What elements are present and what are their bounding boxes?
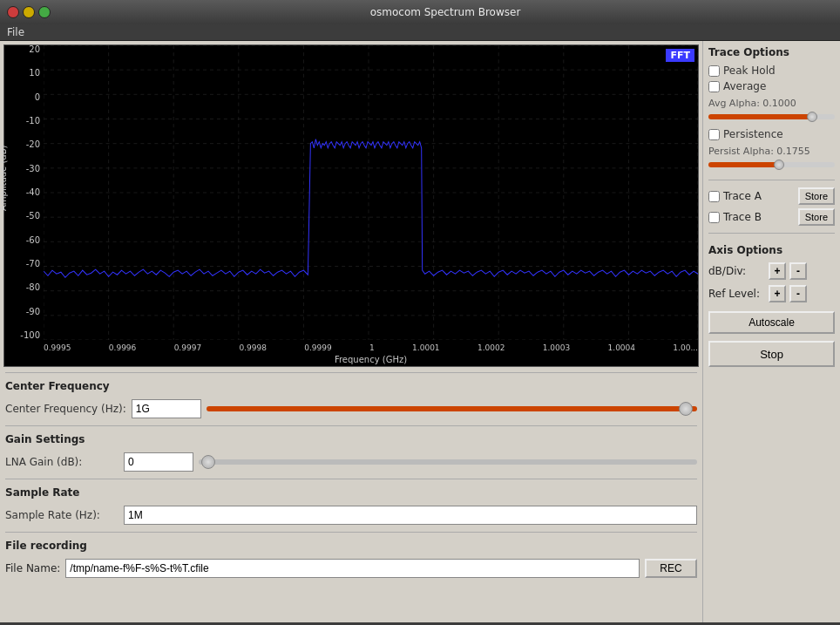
titlebar: osmocom Spectrum Browser	[0, 0, 840, 24]
average-checkbox[interactable]	[708, 81, 720, 92]
avg-alpha-thumb	[807, 112, 817, 122]
spectrum-svg	[44, 45, 698, 340]
center-freq-slider[interactable]	[207, 406, 697, 411]
sample-rate-row: Sample Rate (Hz):	[5, 506, 697, 525]
avg-alpha-label: Avg Alpha: 0.1000	[708, 98, 835, 109]
close-button[interactable]	[7, 6, 19, 18]
axis-options-title: Axis Options	[708, 244, 835, 256]
minimize-button[interactable]	[23, 6, 35, 18]
center-freq-row: Center Frequency (Hz):	[5, 399, 697, 418]
window-title: osmocom Spectrum Browser	[58, 6, 833, 18]
peak-hold-label: Peak Hold	[723, 65, 776, 77]
chart-area: FFT	[44, 45, 698, 340]
peak-hold-row: Peak Hold	[708, 65, 835, 77]
avg-alpha-slider[interactable]	[708, 114, 835, 119]
file-recording-row: File Name: REC	[5, 559, 697, 578]
gain-slider[interactable]	[199, 459, 697, 465]
db-div-row: dB/Div: + -	[708, 262, 835, 280]
fft-badge: FFT	[666, 49, 694, 62]
menubar: File	[0, 24, 840, 41]
center-freq-thumb	[679, 402, 693, 416]
persistence-label: Persistence	[723, 128, 783, 140]
titlebar-buttons	[7, 6, 51, 18]
autoscale-button[interactable]: Autoscale	[708, 311, 835, 334]
db-div-label: dB/Div:	[708, 265, 765, 277]
persist-alpha-thumb	[774, 160, 784, 170]
stop-button[interactable]: Stop	[708, 341, 835, 367]
db-div-plus-button[interactable]: +	[769, 262, 786, 280]
chart-container: 20 10 0 -10 -20 -30 -40 -50 -60 -70 -80 …	[3, 44, 699, 367]
sample-rate-label: Sample Rate (Hz):	[5, 509, 119, 521]
gain-thumb	[201, 455, 215, 469]
file-name-label: File Name:	[5, 562, 60, 574]
sample-rate-input[interactable]	[124, 506, 697, 525]
gain-section-title: Gain Settings	[5, 433, 697, 445]
rec-button[interactable]: REC	[645, 559, 697, 578]
trace-b-row: Trace B Store	[708, 208, 835, 226]
file-menu[interactable]: File	[7, 26, 24, 38]
gain-input[interactable]	[124, 452, 193, 472]
center-freq-label: Center Frequency (Hz):	[5, 403, 126, 415]
ref-level-plus-button[interactable]: +	[769, 285, 786, 302]
maximize-button[interactable]	[38, 6, 51, 18]
y-axis-title: Amplitude (dB)	[0, 200, 8, 211]
trace-a-checkbox[interactable]	[708, 191, 720, 202]
sample-rate-section-title: Sample Rate	[5, 486, 697, 499]
file-recording-section-title: File recording	[5, 540, 697, 552]
ref-level-label: Ref Level:	[708, 288, 765, 300]
persistence-row: Persistence	[708, 128, 835, 140]
y-axis: 20 10 0 -10 -20 -30 -40 -50 -60 -70 -80 …	[4, 45, 44, 340]
gain-label: LNA Gain (dB):	[5, 456, 119, 468]
trace-b-checkbox[interactable]	[708, 212, 720, 223]
x-axis-title: Frequency (GHz)	[44, 355, 698, 364]
gain-row: LNA Gain (dB):	[5, 452, 697, 472]
file-name-input[interactable]	[65, 559, 640, 578]
trace-a-row: Trace A Store	[708, 187, 835, 205]
ref-level-row: Ref Level: + -	[708, 285, 835, 302]
center-freq-input[interactable]	[132, 399, 201, 418]
persist-alpha-slider[interactable]	[708, 162, 835, 167]
store-b-button[interactable]: Store	[798, 208, 835, 226]
persistence-checkbox[interactable]	[708, 129, 720, 140]
db-div-minus-button[interactable]: -	[789, 262, 807, 280]
average-label: Average	[723, 80, 766, 92]
ref-level-minus-button[interactable]: -	[789, 285, 807, 302]
store-a-button[interactable]: Store	[798, 187, 835, 205]
trace-b-label: Trace B	[723, 211, 762, 223]
persist-alpha-label: Persist Alpha: 0.1755	[708, 146, 835, 157]
trace-options-title: Trace Options	[708, 46, 835, 58]
spectrum-panel: 20 10 0 -10 -20 -30 -40 -50 -60 -70 -80 …	[0, 41, 702, 622]
average-row: Average	[708, 80, 835, 92]
peak-hold-checkbox[interactable]	[708, 65, 720, 77]
trace-a-label: Trace A	[723, 190, 762, 202]
bottom-controls: Center Frequency Center Frequency (Hz): …	[0, 367, 702, 581]
center-freq-section-title: Center Frequency	[5, 380, 697, 392]
right-panel: Trace Options Peak Hold Average Avg Alph…	[702, 41, 840, 622]
